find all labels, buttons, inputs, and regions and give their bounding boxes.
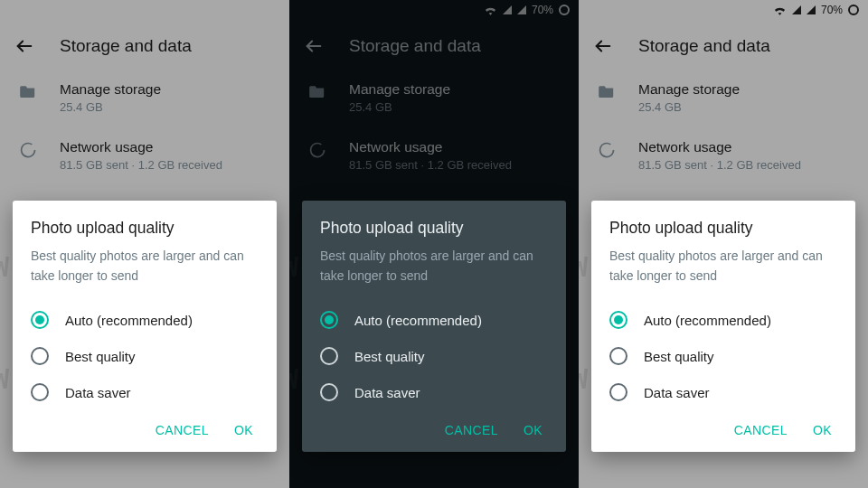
- dialog-description: Best quality photos are larger and can t…: [609, 247, 837, 286]
- option-label: Data saver: [354, 385, 420, 400]
- dialog-description: Best quality photos are larger and can t…: [31, 247, 259, 286]
- dialog-title: Photo upload quality: [320, 219, 548, 238]
- option-data-saver[interactable]: Data saver: [31, 374, 259, 410]
- option-data-saver[interactable]: Data saver: [609, 374, 837, 410]
- screenshot-light: Storage and data Manage storage 25.4 GB …: [0, 0, 289, 488]
- option-label: Data saver: [65, 385, 131, 400]
- option-label: Auto (recommended): [644, 313, 771, 328]
- cancel-button[interactable]: CANCEL: [734, 423, 788, 437]
- option-label: Best quality: [354, 349, 425, 364]
- radio-icon: [609, 311, 627, 329]
- dialog-photo-upload-quality: Photo upload quality Best quality photos…: [302, 201, 566, 452]
- dialog-title: Photo upload quality: [31, 219, 259, 238]
- dialog-photo-upload-quality: Photo upload quality Best quality photos…: [591, 201, 855, 452]
- radio-icon: [31, 311, 49, 329]
- dialog-photo-upload-quality: Photo upload quality Best quality photos…: [13, 201, 277, 452]
- option-auto[interactable]: Auto (recommended): [320, 302, 548, 338]
- option-label: Best quality: [65, 349, 136, 364]
- option-auto[interactable]: Auto (recommended): [31, 302, 259, 338]
- option-best-quality[interactable]: Best quality: [609, 338, 837, 374]
- screenshot-dark: 70% Storage and data Manage storage 25.4…: [289, 0, 579, 488]
- option-label: Best quality: [644, 349, 714, 364]
- dialog-title: Photo upload quality: [609, 219, 837, 238]
- option-auto[interactable]: Auto (recommended): [609, 302, 837, 338]
- ok-button[interactable]: OK: [524, 423, 542, 437]
- radio-icon: [320, 383, 338, 401]
- radio-icon: [31, 347, 49, 365]
- radio-icon: [320, 311, 338, 329]
- radio-icon: [31, 383, 49, 401]
- screenshot-light-2: 70% Storage and data Manage storage 25.4…: [579, 0, 868, 488]
- option-best-quality[interactable]: Best quality: [31, 338, 259, 374]
- ok-button[interactable]: OK: [813, 423, 832, 437]
- option-label: Auto (recommended): [65, 313, 193, 328]
- radio-icon: [609, 383, 627, 401]
- option-best-quality[interactable]: Best quality: [320, 338, 548, 374]
- option-label: Auto (recommended): [354, 313, 482, 328]
- dialog-description: Best quality photos are larger and can t…: [320, 247, 548, 286]
- cancel-button[interactable]: CANCEL: [156, 423, 209, 437]
- cancel-button[interactable]: CANCEL: [445, 423, 498, 437]
- option-label: Data saver: [644, 385, 710, 400]
- radio-icon: [609, 347, 627, 365]
- option-data-saver[interactable]: Data saver: [320, 374, 548, 410]
- radio-icon: [320, 347, 338, 365]
- ok-button[interactable]: OK: [234, 423, 253, 437]
